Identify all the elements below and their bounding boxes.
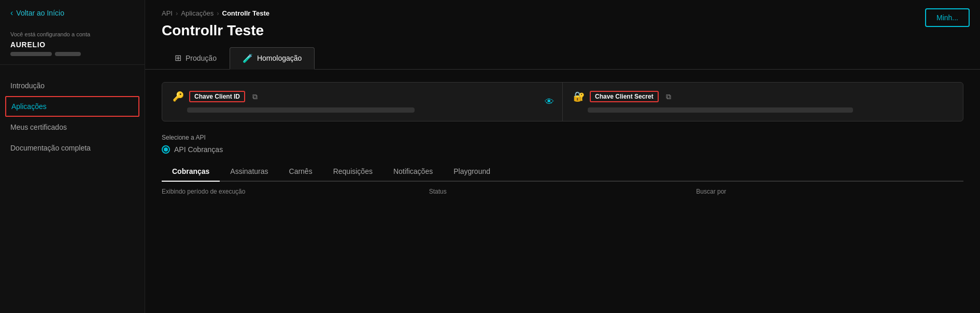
main-content: API › Aplicações › Controllr Teste Contr…: [145, 0, 980, 313]
select-api-label: Selecione a API: [162, 134, 963, 141]
radio-inner-cobrancas: [164, 147, 168, 152]
col-buscar: Buscar por: [696, 188, 963, 195]
tab-producao-label: Produção: [186, 54, 217, 62]
radio-api-cobrancas[interactable]: API Cobranças: [162, 145, 963, 154]
select-api: Selecione a API API Cobranças: [162, 134, 963, 154]
breadcrumb-sep-1: ›: [176, 9, 178, 17]
breadcrumb-aplicacoes[interactable]: Aplicações: [181, 9, 214, 17]
eye-client-id-icon[interactable]: 👁: [545, 97, 554, 107]
sub-tab-cobrancas[interactable]: Cobranças: [162, 162, 220, 182]
tab-homologacao-label: Homologação: [257, 54, 302, 62]
key-label-client-id: Chave Client ID: [189, 91, 245, 102]
sidebar-item-introducao[interactable]: Introdução: [0, 75, 145, 96]
key-icon-client-secret: 🔐: [573, 91, 585, 102]
back-label: Voltar ao Início: [16, 9, 64, 17]
copy-client-id-icon[interactable]: ⧉: [252, 92, 258, 101]
radio-circle-cobrancas: [162, 145, 170, 154]
sub-tab-assinaturas[interactable]: Assinaturas: [220, 162, 278, 182]
table-header: Exibindo período de execução Status Busc…: [162, 182, 963, 199]
col-periodo: Exibindo período de execução: [162, 188, 429, 195]
account-notice: Você está configurando a conta: [10, 31, 134, 37]
copy-client-secret-icon[interactable]: ⧉: [666, 92, 671, 101]
key-icon-client-id: 🔑: [173, 91, 184, 102]
sidebar-item-documentacao[interactable]: Documentação completa: [0, 138, 145, 158]
sidebar-item-aplicacoes[interactable]: Aplicações: [5, 96, 139, 117]
key-label-client-secret: Chave Client Secret: [590, 91, 659, 102]
account-info: Você está configurando a conta AURELIO: [0, 26, 145, 65]
breadcrumb-current: Controllr Teste: [222, 9, 270, 17]
key-section-client-secret: 🔐 Chave Client Secret ⧉: [563, 83, 963, 121]
sub-tab-playground[interactable]: Playground: [443, 162, 501, 182]
producao-icon: ⊞: [175, 53, 181, 63]
tab-producao[interactable]: ⊞ Produção: [162, 47, 230, 69]
back-arrow-icon: ‹: [10, 8, 13, 18]
breadcrumb-sep-2: ›: [217, 9, 219, 17]
key-value-client-secret: [588, 107, 853, 113]
key-section-client-id: 🔑 Chave Client ID ⧉ 👁: [162, 83, 563, 121]
sidebar-item-certificados[interactable]: Meus certificados: [0, 117, 145, 138]
col-status: Status: [429, 188, 697, 195]
nav-menu: Introdução Aplicações Meus certificados …: [0, 65, 145, 169]
sub-tab-requisicoes[interactable]: Requisições: [323, 162, 383, 182]
breadcrumb: API › Aplicações › Controllr Teste: [145, 0, 980, 20]
homologacao-icon: 🧪: [243, 53, 253, 63]
radio-label-cobrancas: API Cobranças: [174, 145, 223, 154]
back-link[interactable]: ‹ Voltar ao Início: [0, 0, 145, 26]
sub-tab-notificacoes[interactable]: Notificações: [383, 162, 443, 182]
key-client-id-header: 🔑 Chave Client ID ⧉ 👁: [173, 91, 552, 102]
top-right-button[interactable]: Minh...: [925, 8, 970, 27]
account-bar-2: [55, 52, 81, 56]
sub-tab-carnes[interactable]: Carnês: [279, 162, 323, 182]
content-area: 🔑 Chave Client ID ⧉ 👁 🔐 Chave Client Sec…: [145, 70, 980, 313]
sidebar: ‹ Voltar ao Início Você está configurand…: [0, 0, 145, 313]
sub-tabs: Cobranças Assinaturas Carnês Requisições…: [162, 162, 963, 182]
key-value-client-id: [187, 107, 415, 113]
key-client-secret-header: 🔐 Chave Client Secret ⧉: [573, 91, 953, 102]
breadcrumb-api[interactable]: API: [162, 9, 173, 17]
account-name: AURELIO: [10, 40, 134, 49]
keys-row: 🔑 Chave Client ID ⧉ 👁 🔐 Chave Client Sec…: [162, 82, 963, 121]
account-bars: [10, 52, 134, 56]
page-title: Controllr Teste: [145, 20, 980, 47]
account-bar-1: [10, 52, 52, 56]
main-tabs: ⊞ Produção 🧪 Homologação: [145, 47, 980, 70]
tab-homologacao[interactable]: 🧪 Homologação: [230, 47, 315, 70]
